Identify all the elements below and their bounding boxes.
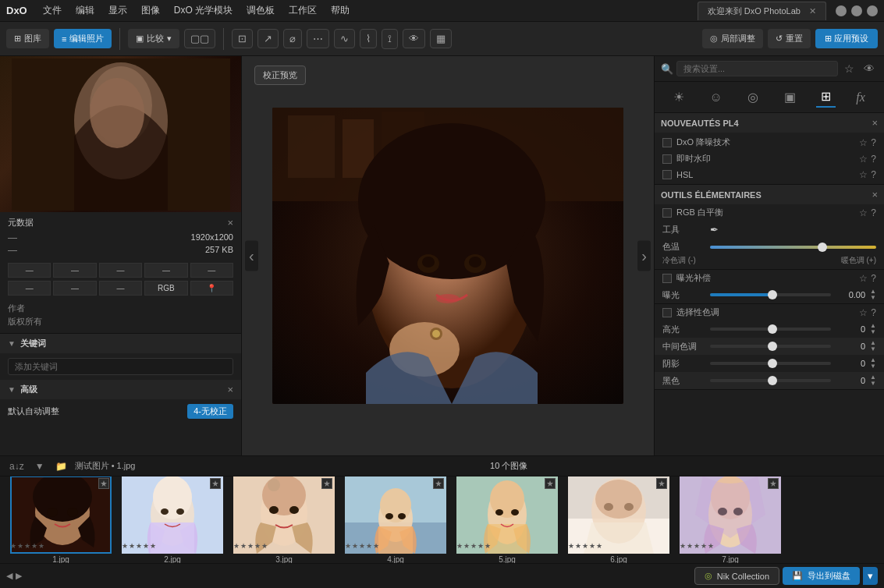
hsl-star-icon[interactable]: ☆ <box>859 169 868 180</box>
eyedropper-icon[interactable]: ✒ <box>710 224 719 236</box>
filmstrip-item-2[interactable]: ★★★★★ 2.jpg <box>118 476 227 563</box>
tab-sun-icon[interactable]: ☀ <box>669 87 689 107</box>
tab-circle-icon[interactable]: ◎ <box>743 87 763 107</box>
sort-button[interactable]: a↓z <box>6 459 27 473</box>
hsl-help-icon[interactable]: ? <box>871 169 876 180</box>
prev-image-button[interactable]: ‹ <box>245 241 258 271</box>
apply-preset-button[interactable]: ⊞ 应用预设 <box>815 29 878 48</box>
outils-header[interactable]: OUTILS ÉLÉMENTAIRES × <box>655 185 884 204</box>
dxo-denoising-help-icon[interactable]: ? <box>871 137 876 148</box>
point-tool[interactable]: ⋯ <box>307 29 329 48</box>
metadata-close-icon[interactable]: × <box>227 217 233 228</box>
menu-palette[interactable]: 调色板 <box>240 2 281 19</box>
eye-tool[interactable]: 👁 <box>403 29 425 48</box>
black-thumb[interactable] <box>768 376 777 385</box>
tab-close-icon[interactable]: ✕ <box>809 6 816 16</box>
shadow-slider[interactable] <box>710 362 831 365</box>
exposure-down-icon[interactable]: ▼ <box>870 295 876 301</box>
rgb-balance-checkbox[interactable] <box>662 208 672 218</box>
outils-close-icon[interactable]: × <box>872 189 878 200</box>
menu-view[interactable]: 显示 <box>102 2 133 19</box>
curve-tool[interactable]: ∿ <box>334 29 355 48</box>
dxo-denoising-checkbox[interactable] <box>662 138 672 147</box>
settings-search-input[interactable] <box>676 61 838 76</box>
path-tool[interactable]: ⌇ <box>360 29 377 48</box>
filmstrip-item-3[interactable]: ★★★★★ 3.jpg <box>229 476 339 563</box>
dxo-denoising-star-icon[interactable]: ☆ <box>859 137 868 148</box>
highlight-down-icon[interactable]: ▼ <box>870 329 876 335</box>
exposure-star-icon[interactable]: ☆ <box>859 273 868 284</box>
keyword-input[interactable] <box>8 358 233 375</box>
edit-photo-button[interactable]: ≡ 编辑照片 <box>54 29 112 48</box>
keywords-header[interactable]: ▼ 关键词 <box>0 334 241 353</box>
exposure-help-icon[interactable]: ? <box>871 273 876 284</box>
watermark-star-icon[interactable]: ☆ <box>859 154 868 165</box>
filmstrip-item-4[interactable]: ★★★★★ 4.jpg <box>341 476 450 563</box>
eye-filter-icon[interactable]: 👁 <box>861 61 878 76</box>
selective-color-star-icon[interactable]: ☆ <box>859 307 868 318</box>
filmstrip-item-5[interactable]: ★★★★★ 5.jpg <box>453 476 562 563</box>
filmstrip-item-6[interactable]: ★★★★★ 6.jpg <box>564 476 673 563</box>
perspective-tool[interactable]: ↗ <box>257 29 279 48</box>
selective-color-checkbox[interactable] <box>662 308 672 317</box>
hsl-checkbox[interactable] <box>662 170 672 179</box>
advanced-header[interactable]: ▼ 高级 × <box>0 380 241 399</box>
color-temp-thumb[interactable] <box>818 243 827 252</box>
next-image-button[interactable]: › <box>637 241 651 271</box>
close-button[interactable] <box>867 5 878 16</box>
menu-image[interactable]: 图像 <box>135 2 166 19</box>
watermark-checkbox[interactable] <box>662 154 672 164</box>
select-tool[interactable]: ⟟ <box>382 29 398 49</box>
local-adjust-button[interactable]: ◎ 局部调整 <box>702 29 763 48</box>
exposure-slider[interactable] <box>710 293 831 296</box>
minimize-button[interactable] <box>836 5 847 16</box>
selective-color-help-icon[interactable]: ? <box>871 307 876 318</box>
advanced-close-icon[interactable]: × <box>227 384 233 395</box>
split-view-button[interactable]: ▢▢ <box>184 29 215 48</box>
shadow-thumb[interactable] <box>768 359 777 368</box>
tab-person-icon[interactable]: ☺ <box>705 88 727 107</box>
folder-button[interactable]: 📁 <box>52 459 70 473</box>
highlight-slider[interactable] <box>710 328 831 331</box>
tab-sliders-icon[interactable]: ⊞ <box>816 87 836 108</box>
export-button[interactable]: 💾 导出到磁盘 <box>783 567 860 585</box>
crop-tool[interactable]: ⊡ <box>232 29 253 48</box>
midtone-slider[interactable] <box>710 345 831 348</box>
black-down-icon[interactable]: ▼ <box>870 381 876 387</box>
preview-button[interactable]: 校正预览 <box>254 66 306 85</box>
star-filter-icon[interactable]: ☆ <box>841 61 857 76</box>
filmstrip-item-1[interactable]: ★ ★ ★ ★ ★ 1.jpg <box>6 476 115 563</box>
midtone-down-icon[interactable]: ▼ <box>870 346 876 352</box>
filter-button[interactable]: ▼ <box>32 459 48 473</box>
nouveautes-close-icon[interactable]: × <box>872 117 878 129</box>
nik-collection-button[interactable]: ◎ Nik Collection <box>694 567 779 585</box>
export-dropdown-button[interactable]: ▾ <box>863 567 878 585</box>
rgb-balance-help-icon[interactable]: ? <box>871 207 876 218</box>
color-temp-slider[interactable] <box>710 246 876 249</box>
menu-edit[interactable]: 编辑 <box>69 2 101 19</box>
main-tab[interactable]: 欢迎来到 DxO PhotoLab ✕ <box>698 2 826 20</box>
exposure-checkbox[interactable] <box>662 274 672 283</box>
scroll-right-icon[interactable]: ▶ <box>16 571 22 581</box>
grid-tool[interactable]: ▦ <box>430 29 452 48</box>
nouveautes-header[interactable]: NOUVEAUTÉS PL4 × <box>655 113 884 133</box>
scroll-left-icon[interactable]: ◀ <box>6 571 12 581</box>
menu-file[interactable]: 文件 <box>37 2 68 19</box>
filmstrip-item-7[interactable]: ★★★★★ 7.jpg <box>676 476 785 563</box>
gallery-button[interactable]: ⊞ 图库 <box>6 29 49 48</box>
reset-button[interactable]: ↺ 重置 <box>768 29 811 48</box>
retouch-tool[interactable]: ⌀ <box>283 29 302 48</box>
tab-fx-icon[interactable]: fx <box>851 88 870 107</box>
maximize-button[interactable] <box>851 5 862 16</box>
rgb-balance-star-icon[interactable]: ☆ <box>859 207 868 218</box>
tab-square-icon[interactable]: ▣ <box>779 87 801 107</box>
midtone-thumb[interactable] <box>768 342 777 351</box>
compare-button[interactable]: ▣ 比较 ▾ <box>128 29 179 48</box>
watermark-help-icon[interactable]: ? <box>871 154 876 165</box>
highlight-thumb[interactable] <box>768 324 777 334</box>
black-slider[interactable] <box>710 379 831 382</box>
menu-help[interactable]: 帮助 <box>325 2 356 19</box>
menu-workspace[interactable]: 工作区 <box>282 2 323 19</box>
menu-optics[interactable]: DxO 光学模块 <box>168 2 239 19</box>
shadow-down-icon[interactable]: ▼ <box>870 363 876 370</box>
